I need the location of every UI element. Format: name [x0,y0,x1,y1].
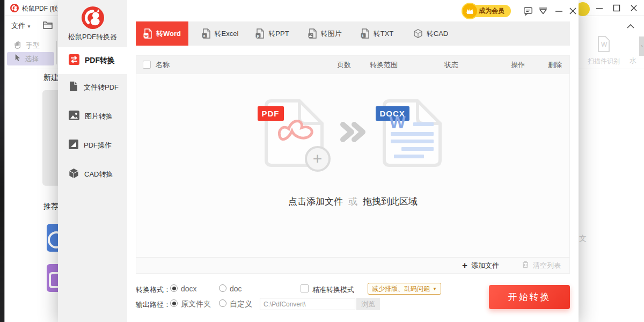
column-name: 名称 [156,56,170,74]
excel-file-icon: x [202,28,211,39]
clear-list-label: 清空列表 [533,261,561,270]
trash-icon [522,260,529,270]
open-folder-icon[interactable] [42,20,53,32]
radio-doc[interactable] [219,284,226,292]
browse-button[interactable]: 浏览 [356,298,380,310]
bg-maximize-button[interactable] [612,4,621,12]
sidebar-item-label: 文件转PDF [84,83,119,92]
docx-target-icon: DOCX W [382,99,442,167]
sidebar-item-label: 图片转换 [85,112,113,121]
bg-menubar: 文件▼ [5,16,63,35]
file-menu[interactable]: 文件▼ [11,21,31,31]
hand-icon [13,40,23,51]
recommend-tile-purple[interactable] [47,264,58,292]
start-convert-button[interactable]: 开始转换 [489,285,570,309]
converter-dialog: 松鼠PDF转换器 PDF转换 文件转PDF 图片转换 [58,0,579,322]
caret-down-icon: ▼ [27,24,31,29]
sidebar-item-pdf-operations[interactable]: PDF操作 [58,131,127,160]
clear-list-button[interactable]: 清空列表 [522,260,561,270]
radio-original-folder-label[interactable]: 原文件夹 [181,299,211,309]
precise-hint-dropdown[interactable]: 减少排版、乱码问题 ▼ [368,283,441,295]
bg-close-button[interactable] [630,4,638,12]
file-list-footer: + 添加文件 清空列表 [136,257,569,273]
format-settings-row: 转换格式： docx doc 精准转换模式 减少排版、乱码问题 ▼ [136,284,479,294]
select-tool-button[interactable]: 选择 [7,52,54,65]
tab-label: 转PPT [268,29,289,39]
sidebar-item-image-convert[interactable]: 图片转换 [58,102,127,131]
toolbar-expand-strip[interactable]: › [639,36,644,56]
svg-text:w: w [144,33,148,38]
pdf-convert-icon [69,54,79,67]
select-all-checkbox[interactable] [143,61,151,69]
word-file-icon: w [143,28,152,39]
dialog-close-button[interactable] [568,6,577,16]
bg-minimize-button[interactable] [595,4,604,12]
scan-file-icon: W [596,35,611,53]
format-label: 转换格式： [136,285,171,295]
tab-to-excel[interactable]: x 转Excel [193,21,247,46]
app-logo-icon [10,4,19,12]
bg-window-title: 松鼠PDF (联想 [22,4,60,13]
ppt-file-icon: p [255,28,265,39]
tab-to-ppt[interactable]: p 转PPT [247,21,298,46]
file-list-panel: 名称 页数 转换范围 状态 操作 删除 PDF + [136,55,570,274]
tab-to-image[interactable]: 转图片 [298,21,352,46]
dialog-main: 成为会员 w 转Word x 转Exc [127,0,579,322]
sidebar-item-cad-convert[interactable]: CAD转换 [58,160,127,189]
dialog-minimize-button[interactable] [554,6,564,16]
add-file-plus-icon: + [305,146,331,172]
radio-docx-label[interactable]: docx [181,284,197,293]
tab-label: 转Word [156,29,181,39]
squirrel-logo-icon [82,6,104,29]
sidebar-item-file-to-pdf[interactable]: 文件转PDF [58,73,127,102]
dropzone[interactable]: PDF + DOCX W [136,74,569,258]
bg-window-controls [595,4,638,12]
watermark-tool-label[interactable]: 水 [630,56,636,65]
convert-arrow-icon [340,121,366,145]
add-files-label: 添加文件 [471,261,499,270]
hand-tool-button[interactable]: 手型 [9,39,53,52]
radio-docx[interactable] [170,284,178,292]
tab-label: 转CAD [427,29,448,39]
radio-original-folder[interactable] [170,299,178,307]
radio-custom-folder[interactable] [219,299,226,307]
pdf-source-icon: PDF + [264,99,324,167]
tab-label: 转图片 [321,29,342,39]
sidebar-item-pdf-convert[interactable]: PDF转换 [58,47,127,74]
recommend-tile-blue[interactable] [47,224,58,252]
desktop-edge [0,0,4,322]
add-files-button[interactable]: + 添加文件 [462,261,499,270]
precise-hint-label: 减少排版、乱码问题 [372,284,430,294]
conversion-tabbar: w 转Word x 转Excel p 转PPT 转图片 t 转TXT [136,21,570,46]
docx-line [413,122,434,126]
scan-recognition-tool[interactable]: W 扫描件识别 [582,35,625,66]
file-to-pdf-icon [69,81,78,94]
toolbar-divider [56,41,57,64]
output-settings-row: 输出路径： 原文件夹 自定义 浏览 [136,299,479,309]
collapse-ribbon-icon[interactable] [626,21,635,31]
radio-doc-label[interactable]: doc [230,284,242,293]
plus-icon: + [462,261,467,270]
become-member-button[interactable]: 成为会员 [465,5,511,17]
docx-line [391,132,434,136]
menu-triangle-icon[interactable] [538,6,548,16]
tab-to-word[interactable]: w 转Word [136,21,188,46]
output-path-input[interactable] [260,298,355,310]
app-logo-block: 松鼠PDF转换器 [58,0,127,47]
chevron-right-icon: › [641,43,643,49]
sidebar-item-label: CAD转换 [84,170,113,179]
pdf-badge: PDF [258,106,284,121]
svg-text:p: p [257,33,260,38]
image-file-icon [308,28,317,39]
column-range: 转换范围 [352,56,416,74]
precise-mode-checkbox[interactable] [301,284,309,292]
crown-icon [463,4,477,18]
feedback-icon[interactable] [523,6,533,16]
docx-line [394,155,424,158]
tab-to-txt[interactable]: t 转TXT [352,21,402,46]
bg-clipped-text: 文 [579,234,587,244]
new-document-thumbnail[interactable] [42,90,58,186]
radio-custom-folder-label[interactable]: 自定义 [230,299,252,309]
docx-line [391,140,434,143]
tab-to-cad[interactable]: 转CAD [405,21,456,46]
